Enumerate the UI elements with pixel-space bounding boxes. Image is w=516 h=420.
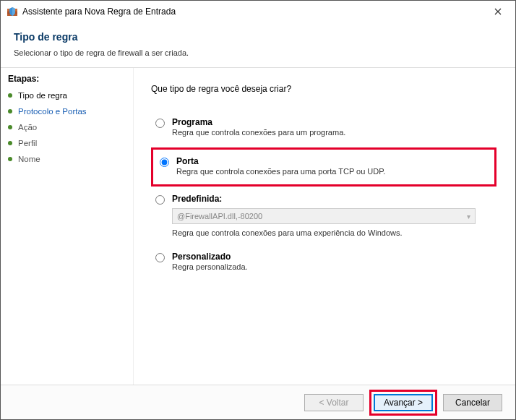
option-programa[interactable]: Programa Regra que controla conexões par…	[151, 113, 496, 145]
predefinida-dropdown: @FirewallAPI.dll,-80200 ▾	[172, 208, 476, 224]
option-personalizado[interactable]: Personalizado Regra personalizada.	[151, 247, 496, 279]
page-title: Tipo de regra	[14, 31, 502, 43]
option-desc: Regra que controla conexões para uma por…	[176, 167, 385, 176]
dropdown-value: @FirewallAPI.dll,-80200	[177, 212, 262, 220]
option-name: Predefinida:	[172, 194, 222, 204]
step-label: Protocolo e Portas	[18, 107, 87, 116]
window-title: Assistente para Nova Regra de Entrada	[22, 7, 483, 17]
radio-porta[interactable]	[160, 158, 169, 167]
cancel-button[interactable]: Cancelar	[443, 394, 502, 411]
question-text: Que tipo de regra você deseja criar?	[151, 84, 496, 94]
bullet-icon	[8, 141, 12, 145]
highlight-porta: Porta Regra que controla conexões para u…	[151, 147, 496, 187]
content-area: Que tipo de regra você deseja criar? Pro…	[134, 68, 515, 385]
option-name: Programa	[172, 117, 212, 127]
firewall-icon	[7, 6, 18, 17]
highlight-next: Avançar >	[369, 390, 437, 416]
close-button[interactable]	[483, 1, 512, 22]
steps-sidebar: Etapas: Tipo de regra Protocolo e Portas…	[1, 68, 134, 385]
radio-programa[interactable]	[155, 119, 165, 128]
sidebar-title: Etapas:	[8, 74, 126, 84]
step-tipo-de-regra[interactable]: Tipo de regra	[8, 91, 126, 100]
header: Tipo de regra Selecionar o tipo de regra…	[1, 22, 515, 68]
bullet-icon	[8, 93, 12, 98]
option-porta[interactable]: Porta Regra que controla conexões para u…	[155, 152, 492, 179]
next-button[interactable]: Avançar >	[374, 394, 433, 411]
chevron-down-icon: ▾	[467, 213, 470, 220]
footer: < Voltar Avançar > Cancelar	[1, 385, 515, 419]
option-name: Personalizado	[172, 252, 231, 262]
step-perfil[interactable]: Perfil	[8, 139, 126, 147]
step-label: Ação	[18, 123, 37, 132]
option-desc: Regra personalizada.	[172, 262, 248, 271]
page-subtitle: Selecionar o tipo de regra de firewall a…	[14, 48, 502, 57]
option-name: Porta	[176, 156, 199, 166]
option-desc: Regra que controla conexões para uma exp…	[172, 228, 492, 237]
back-button: < Voltar	[304, 394, 364, 411]
bullet-icon	[8, 109, 12, 113]
step-protocolo-e-portas[interactable]: Protocolo e Portas	[8, 107, 126, 116]
titlebar: Assistente para Nova Regra de Entrada	[1, 1, 515, 22]
option-desc: Regra que controla conexões para um prog…	[172, 128, 345, 137]
step-label: Nome	[18, 155, 40, 163]
radio-personalizado[interactable]	[155, 253, 165, 262]
bullet-icon	[8, 125, 12, 129]
step-acao[interactable]: Ação	[8, 123, 126, 132]
radio-predefinida[interactable]	[155, 195, 165, 205]
step-label: Tipo de regra	[18, 91, 67, 100]
option-predefinida[interactable]: Predefinida: @FirewallAPI.dll,-80200 ▾ R…	[151, 189, 496, 244]
step-label: Perfil	[18, 139, 37, 147]
step-nome[interactable]: Nome	[8, 155, 126, 163]
bullet-icon	[8, 157, 12, 161]
